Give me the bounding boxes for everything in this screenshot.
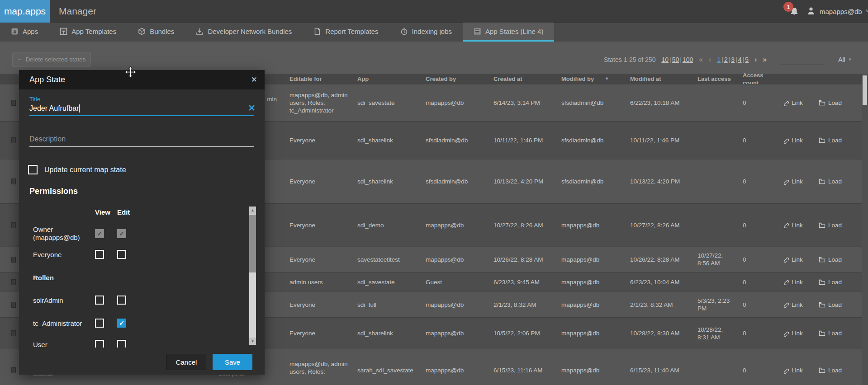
tab-developer-network-bundles[interactable]: Developer Network Bundles	[185, 23, 303, 42]
header-created-at[interactable]: Created at	[489, 74, 557, 84]
owner-edit-checkbox: ✓	[117, 229, 126, 238]
header-last-access[interactable]: Last access	[693, 74, 738, 84]
link-button[interactable]: Link	[783, 329, 803, 337]
update-map-state-checkbox[interactable]	[28, 165, 38, 174]
page-5[interactable]: 5	[745, 56, 749, 63]
scroll-down-icon[interactable]: ▼	[249, 338, 256, 345]
link-button[interactable]: Link	[783, 256, 803, 263]
load-button[interactable]: Load	[819, 221, 842, 229]
tab-indexing-jobs-label: Indexing jobs	[412, 28, 452, 35]
dialog-header[interactable]: App State ✕	[19, 70, 265, 89]
everyone-edit-checkbox[interactable]	[117, 250, 126, 259]
tab-app-templates[interactable]: T App Templates	[49, 23, 127, 42]
tab-bundles[interactable]: Bundles	[127, 23, 185, 42]
everyone-view-checkbox[interactable]	[95, 250, 104, 259]
row-checkbox[interactable]	[11, 222, 16, 228]
save-button[interactable]: Save	[213, 354, 252, 370]
scroll-up-icon[interactable]: ▲	[249, 207, 256, 214]
first-page-button[interactable]: «	[699, 56, 703, 63]
user-view-checkbox[interactable]	[95, 340, 104, 347]
title-field[interactable]: Jeder Aufrufbar	[29, 104, 80, 113]
tc-administrator-view-checkbox[interactable]	[95, 319, 104, 328]
tab-report-templates[interactable]: Report Templates	[303, 23, 389, 42]
header-created-by[interactable]: Created by	[421, 74, 489, 84]
modified-at-cell: 10/13/22, 4:20 PM	[626, 160, 693, 203]
load-button[interactable]: Load	[819, 99, 842, 107]
page-2[interactable]: 2	[724, 56, 728, 63]
previous-page-button[interactable]: ‹	[709, 56, 711, 63]
user-label: User	[33, 341, 47, 347]
modified-by-cell: mapapps@db	[557, 272, 626, 291]
link-button[interactable]: Link	[783, 366, 803, 374]
page-scrollbar-thumb[interactable]	[863, 75, 867, 105]
load-button[interactable]: Load	[819, 366, 842, 374]
clear-title-icon[interactable]: ✕	[248, 103, 256, 113]
row-checkbox[interactable]	[11, 178, 16, 184]
last-page-button[interactable]: »	[763, 56, 767, 63]
page-1[interactable]: 1	[717, 56, 721, 63]
tab-app-states[interactable]: App States (Line 4)	[463, 23, 554, 42]
header-access-count[interactable]: Access count	[738, 74, 778, 84]
access-count-cell: 0	[738, 204, 778, 246]
permissions-scrollbar[interactable]: ▲ ▼	[249, 207, 256, 345]
load-button[interactable]: Load	[819, 136, 842, 144]
load-label: Load	[828, 256, 842, 263]
last-access-cell	[693, 272, 738, 291]
link-label: Link	[792, 221, 803, 229]
solradmin-view-checkbox[interactable]	[95, 296, 104, 305]
row-checkbox[interactable]	[11, 100, 16, 106]
page-scrollbar[interactable]	[862, 74, 868, 385]
load-button[interactable]: Load	[819, 178, 842, 185]
page-size-10[interactable]: 10	[661, 56, 669, 63]
header-app[interactable]: App	[353, 74, 421, 84]
move-cursor-icon[interactable]	[124, 66, 137, 78]
delete-selected-states-button[interactable]: − Delete selected states	[12, 52, 91, 67]
permissions-scrollbar-thumb[interactable]	[249, 215, 256, 272]
link-button[interactable]: Link	[783, 99, 803, 107]
row-checkbox[interactable]	[11, 330, 16, 336]
search-input[interactable]	[780, 55, 825, 64]
close-icon[interactable]: ✕	[251, 70, 257, 89]
link-button[interactable]: Link	[783, 278, 803, 286]
filter-dropdown[interactable]: All ˅	[838, 56, 852, 63]
load-button[interactable]: Load	[819, 256, 842, 263]
link-button[interactable]: Link	[783, 221, 803, 229]
header-modified-by[interactable]: Modified by ▼	[557, 74, 626, 84]
chevron-down-icon: ˅	[849, 56, 852, 63]
notifications-button[interactable]: 1	[786, 4, 804, 20]
app-cell: sdi_sharelink	[353, 122, 421, 159]
link-button[interactable]: Link	[783, 136, 803, 144]
pagination-bar: States 1-25 of 250 10 | 50 | 100 « ‹ 1 |…	[604, 54, 852, 66]
tab-apps[interactable]: A Apps	[0, 23, 49, 42]
next-page-button[interactable]: ›	[754, 56, 757, 63]
row-checkbox[interactable]	[11, 137, 16, 143]
page-4[interactable]: 4	[738, 56, 742, 63]
row-checkbox[interactable]	[11, 367, 16, 373]
page-size-50[interactable]: 50	[672, 56, 679, 63]
link-button[interactable]: Link	[783, 178, 803, 185]
description-field[interactable]: Description	[29, 135, 66, 143]
header-modified-at[interactable]: Modified at	[626, 74, 693, 84]
cancel-button[interactable]: Cancel	[166, 354, 206, 370]
page-size-100[interactable]: 100	[683, 56, 693, 63]
link-button[interactable]: Link	[783, 301, 803, 309]
tc-administrator-edit-checkbox[interactable]: ✓	[117, 319, 126, 328]
update-map-state-label: Update current map state	[44, 166, 126, 174]
modified-by-cell: mapapps@db	[557, 247, 626, 272]
row-checkbox[interactable]	[11, 279, 16, 285]
load-button[interactable]: Load	[819, 329, 842, 337]
header-editable-for[interactable]: Editable for	[285, 74, 353, 84]
load-button[interactable]: Load	[819, 278, 842, 286]
tab-indexing-jobs[interactable]: Indexing jobs	[389, 23, 463, 42]
page-3[interactable]: 3	[731, 56, 735, 63]
user-edit-checkbox[interactable]	[117, 340, 126, 347]
user-menu[interactable]: mapapps@db ˅	[806, 4, 868, 19]
row-checkbox[interactable]	[11, 257, 16, 263]
load-button[interactable]: Load	[819, 301, 842, 309]
row-checkbox[interactable]	[11, 302, 16, 308]
modified-at-cell: 10/28/22, 8:30 AM	[626, 318, 693, 349]
modified-at-cell: 10/26/22, 8:28 AM	[626, 247, 693, 272]
solradmin-edit-checkbox[interactable]	[117, 296, 126, 305]
owner-label-line1: Owner	[33, 225, 53, 233]
page-links: 1 | 2 | 3 | 4 | 5	[717, 56, 749, 63]
